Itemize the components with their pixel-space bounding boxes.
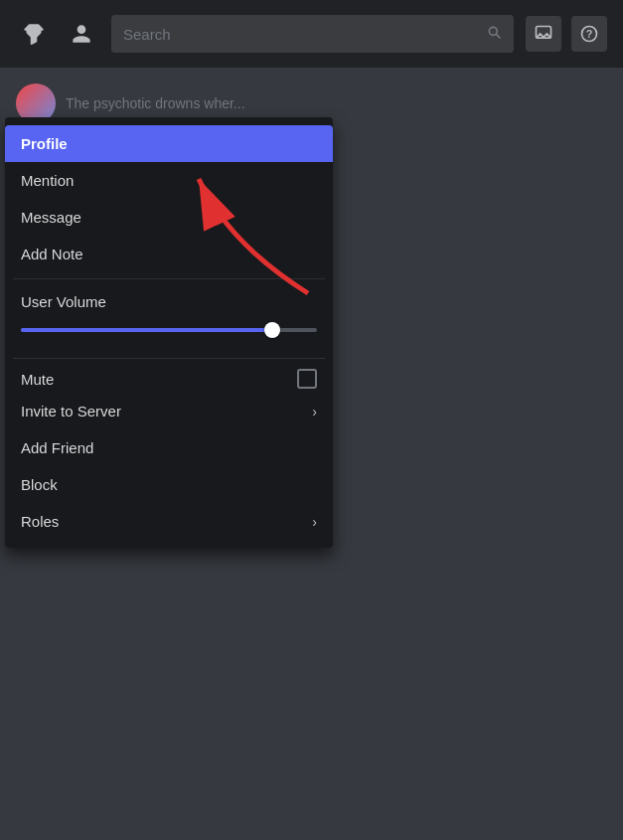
profile-label: Profile (21, 135, 68, 152)
mute-checkbox[interactable] (297, 369, 317, 389)
search-input[interactable] (123, 26, 478, 43)
mute-label: Mute (21, 371, 54, 388)
context-menu-mute[interactable]: Mute (5, 365, 333, 393)
context-menu-message[interactable]: Message (5, 199, 333, 236)
volume-slider[interactable] (21, 320, 317, 340)
add-friend-label: Add Friend (21, 439, 93, 456)
add-note-label: Add Note (21, 246, 83, 262)
divider-2 (13, 358, 325, 359)
volume-thumb[interactable] (264, 322, 280, 338)
volume-section: User Volume (5, 285, 333, 352)
context-menu-mention[interactable]: Mention (5, 162, 333, 199)
context-menu: Profile Mention Message Add Note User Vo… (5, 117, 333, 548)
chevron-right-icon: › (312, 404, 317, 420)
context-menu-add-note[interactable]: Add Note (5, 236, 333, 272)
context-menu-block[interactable]: Block (5, 466, 333, 503)
context-menu-invite-server[interactable]: Invite to Server › (5, 393, 333, 429)
context-menu-profile[interactable]: Profile (5, 125, 333, 162)
volume-fill (21, 328, 272, 332)
context-menu-roles[interactable]: Roles › (5, 503, 333, 540)
divider-1 (13, 278, 325, 279)
topbar: ? (0, 0, 623, 68)
svg-text:?: ? (586, 28, 593, 40)
roles-label: Roles (21, 513, 59, 530)
context-menu-add-friend[interactable]: Add Friend (5, 429, 333, 466)
search-bar[interactable] (111, 15, 514, 53)
search-icon (486, 24, 502, 44)
pin-icon[interactable] (16, 16, 52, 52)
help-icon[interactable]: ? (571, 16, 607, 52)
block-label: Block (21, 476, 58, 493)
message-label: Message (21, 209, 81, 226)
mention-label: Mention (21, 172, 74, 189)
invite-server-label: Invite to Server (21, 403, 121, 420)
chevron-right-icon-2: › (312, 514, 317, 530)
inbox-icon[interactable] (526, 16, 561, 52)
volume-label: User Volume (21, 293, 317, 310)
people-icon[interactable] (64, 16, 99, 52)
truncated-text: The psychotic drowns wher... (66, 95, 245, 111)
topbar-right: ? (526, 16, 607, 52)
